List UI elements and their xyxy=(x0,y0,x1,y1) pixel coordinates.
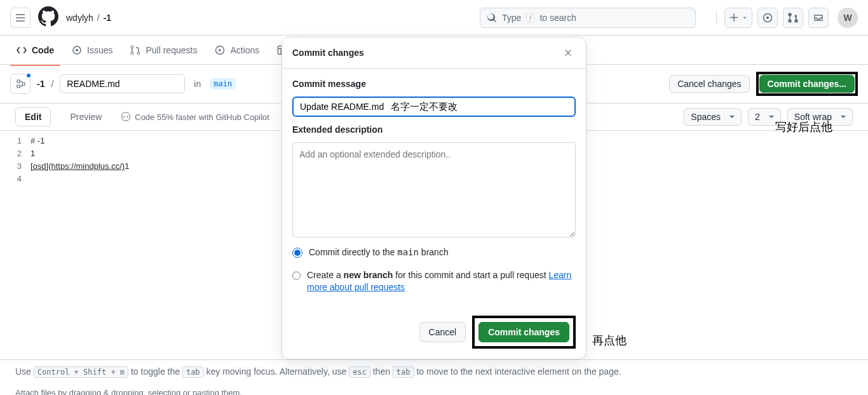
svg-point-3 xyxy=(76,49,78,51)
commit-message-input[interactable] xyxy=(292,97,576,117)
pull-icon xyxy=(130,45,140,55)
pulls-button[interactable] xyxy=(783,8,803,28)
top-header: wdylyh / -1 Type / to search W xyxy=(0,0,868,36)
in-label: in xyxy=(194,79,201,89)
modal-footer: Cancel Commit changes xyxy=(282,305,586,359)
hamburger-button[interactable] xyxy=(10,8,31,28)
close-icon xyxy=(564,48,573,57)
hamburger-icon xyxy=(15,13,25,23)
tab-code[interactable]: Code xyxy=(10,40,60,60)
annotation-bottom: 再点他 xyxy=(592,333,627,348)
caret-down-icon xyxy=(742,13,748,23)
line-number: 1 xyxy=(5,135,31,147)
modal-cancel-button[interactable]: Cancel xyxy=(419,322,466,342)
modal-body: Commit message 名字一定不要改 Extended descript… xyxy=(282,69,586,305)
svg-point-4 xyxy=(131,46,133,48)
search-suffix: to search xyxy=(539,13,576,23)
branch-icon xyxy=(15,79,25,89)
modal-commit-button[interactable]: Commit changes xyxy=(478,322,569,342)
repo-link[interactable]: -1 xyxy=(104,13,111,23)
repo-breadcrumb: wdylyh / -1 xyxy=(66,13,111,23)
commit-direct-option[interactable]: Commit directly to the main branch xyxy=(292,245,576,260)
indent-mode-select[interactable]: Spaces xyxy=(684,108,742,126)
plus-icon xyxy=(729,13,739,23)
create-branch-option[interactable]: Create a new branch for this commit and … xyxy=(292,268,576,295)
tab-pulls[interactable]: Pull requests xyxy=(124,40,203,60)
filename-input[interactable] xyxy=(60,74,185,93)
github-logo[interactable] xyxy=(38,6,58,29)
tab-issues[interactable]: Issues xyxy=(65,40,119,60)
edit-tab[interactable]: Edit xyxy=(15,107,51,126)
search-placeholder: Type xyxy=(502,13,521,23)
annotation-top: 写好后点他 xyxy=(775,119,832,135)
modal-close-button[interactable] xyxy=(560,45,576,60)
modal-title: Commit changes xyxy=(292,48,364,58)
line-number: 2 xyxy=(5,147,31,160)
file-tree-button[interactable] xyxy=(10,74,31,94)
commit-direct-radio[interactable] xyxy=(292,248,302,258)
inbox-icon xyxy=(813,13,824,23)
code-line-text: [osd](https://mindplus.cc/)1 xyxy=(31,160,129,173)
preview-tab[interactable]: Preview xyxy=(61,107,111,126)
line-number: 4 xyxy=(5,173,31,185)
create-new-button[interactable] xyxy=(724,8,752,28)
slash: / xyxy=(97,13,100,23)
code-icon xyxy=(17,45,27,55)
svg-point-10 xyxy=(124,116,125,117)
keyboard-tip: Use Control + Shift + m to toggle the ta… xyxy=(0,359,868,383)
create-branch-radio[interactable] xyxy=(292,271,301,281)
commit-message-label: Commit message xyxy=(292,79,576,89)
owner-link[interactable]: wdylyh xyxy=(66,13,93,23)
editor-actions: Cancel changes Commit changes... xyxy=(669,72,858,96)
user-avatar[interactable]: W xyxy=(837,8,858,28)
svg-point-5 xyxy=(131,52,133,55)
attach-hint: Attach files by dragging & dropping, sel… xyxy=(0,383,868,395)
header-actions: W xyxy=(714,8,858,28)
cancel-changes-button[interactable]: Cancel changes xyxy=(669,75,749,93)
line-number: 3 xyxy=(5,160,31,173)
search-kbd: / xyxy=(526,13,534,22)
svg-point-1 xyxy=(766,17,769,19)
play-icon xyxy=(215,45,225,55)
issue-icon xyxy=(72,45,82,55)
code-line-text: 1 xyxy=(31,147,35,160)
copilot-icon xyxy=(121,112,131,122)
svg-point-6 xyxy=(137,52,140,55)
extended-desc-label: Extended description xyxy=(292,124,576,135)
commit-modal: Commit changes Commit message 名字一定不要改 Ex… xyxy=(281,37,587,359)
tab-actions[interactable]: Actions xyxy=(208,40,266,60)
copilot-hint[interactable]: Code 55% faster with GitHub Copilot xyxy=(121,112,269,122)
issue-icon xyxy=(763,13,773,23)
inbox-button[interactable] xyxy=(808,8,829,28)
commit-changes-button[interactable]: Commit changes... xyxy=(759,75,855,93)
pull-icon xyxy=(788,13,798,23)
issues-button[interactable] xyxy=(757,8,778,28)
modal-header: Commit changes xyxy=(282,37,586,69)
extended-desc-input[interactable] xyxy=(292,142,576,238)
search-icon xyxy=(487,13,497,23)
search-input[interactable]: Type / to search xyxy=(480,8,696,28)
branch-badge: main xyxy=(210,78,236,90)
svg-point-11 xyxy=(127,116,128,117)
code-line-text: # -1 xyxy=(31,135,44,147)
repo-name[interactable]: -1 xyxy=(37,79,44,89)
